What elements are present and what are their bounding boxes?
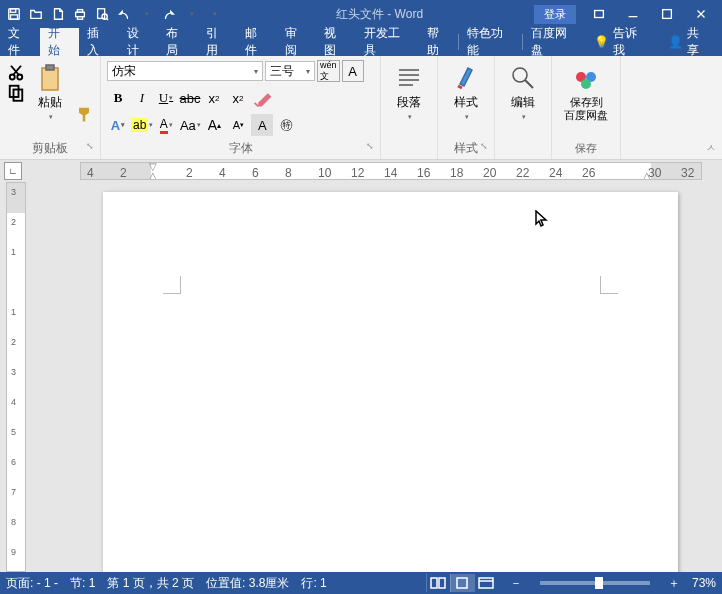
paragraph-button[interactable]: 段落▾ [387, 60, 431, 125]
tab-baidu[interactable]: 百度网盘 [523, 28, 586, 56]
tab-file[interactable]: 文件 [0, 28, 40, 56]
web-layout-icon[interactable] [474, 574, 498, 592]
share-button[interactable]: 👤共享 [656, 25, 722, 59]
tab-review[interactable]: 审阅 [277, 28, 317, 56]
tell-me-label: 告诉我 [613, 25, 648, 59]
maximize-icon[interactable] [650, 2, 684, 26]
status-position[interactable]: 位置值: 3.8厘米 [206, 575, 289, 592]
change-case-button[interactable]: Aa▾ [179, 114, 201, 136]
tab-special[interactable]: 特色功能 [459, 28, 522, 56]
font-color-button[interactable]: A▾ [155, 114, 177, 136]
read-mode-icon[interactable] [426, 574, 450, 592]
close-icon[interactable] [684, 2, 718, 26]
login-button[interactable]: 登录 [534, 5, 576, 24]
font-size-combo[interactable]: 三号▾ [265, 61, 315, 81]
page-viewport[interactable] [28, 182, 722, 572]
ruler-tick: 8 [285, 166, 292, 180]
undo-icon[interactable] [114, 4, 134, 24]
shrink-font-button[interactable]: A▾ [227, 114, 249, 136]
share-label: 共享 [687, 25, 710, 59]
ruler-vertical[interactable]: 321123456789 [6, 182, 26, 572]
group-font: 仿宋▾ 三号▾ wén文 A B I U▾ abc x2 x2 A▾ ab▾ A… [101, 56, 381, 159]
undo-dropdown-icon[interactable]: ▾ [137, 4, 157, 24]
superscript-button[interactable]: x2 [227, 87, 249, 109]
ruler-tick: 7 [11, 487, 16, 497]
tab-references[interactable]: 引用 [198, 28, 238, 56]
tab-design[interactable]: 设计 [119, 28, 159, 56]
tab-layout[interactable]: 布局 [158, 28, 198, 56]
font-launcher-icon[interactable]: ⤡ [366, 137, 374, 155]
editing-button[interactable]: 编辑▾ [501, 60, 545, 125]
status-line[interactable]: 行: 1 [301, 575, 326, 592]
save-baidu-label: 保存到 百度网盘 [564, 96, 608, 122]
tab-mailings[interactable]: 邮件 [237, 28, 277, 56]
grow-font-button[interactable]: A▴ [203, 114, 225, 136]
editing-label: 编辑 [511, 95, 535, 109]
paste-label: 粘贴▾ [38, 96, 62, 123]
zoom-value[interactable]: 73% [692, 576, 716, 590]
ruler-tick: 3 [11, 187, 16, 197]
tab-insert[interactable]: 插入 [79, 28, 119, 56]
svg-rect-14 [42, 68, 58, 90]
copy-icon[interactable] [6, 82, 26, 102]
clipboard-launcher-icon[interactable]: ⤡ [86, 137, 94, 155]
format-painter-icon[interactable] [74, 104, 94, 124]
save-baidu-button[interactable]: 保存到 百度网盘 [558, 60, 614, 124]
clear-formatting-icon[interactable] [251, 86, 275, 110]
ribbon-options-icon[interactable] [582, 2, 616, 26]
minimize-icon[interactable] [616, 2, 650, 26]
tab-selector[interactable]: ∟ [4, 162, 22, 180]
strikethrough-button[interactable]: abc [179, 87, 201, 109]
collapse-ribbon-icon[interactable]: ㅅ [706, 141, 716, 155]
paragraph-icon [393, 62, 425, 94]
status-pages[interactable]: 第 1 页，共 2 页 [107, 575, 194, 592]
tab-view[interactable]: 视图 [316, 28, 356, 56]
ruler-horizontal[interactable]: 4224681012141618202224263032 ▽ △ △ [80, 162, 702, 180]
tab-home[interactable]: 开始 [40, 28, 80, 56]
paste-button[interactable]: 粘贴▾ [28, 60, 72, 125]
styles-launcher-icon[interactable]: ⤡ [480, 137, 488, 155]
underline-button[interactable]: U▾ [155, 87, 177, 109]
save-icon[interactable] [4, 4, 24, 24]
qat-customize-icon[interactable]: ▾ [205, 4, 225, 24]
redo-dropdown-icon[interactable]: ▾ [182, 4, 202, 24]
enclose-char-button[interactable]: ㊕ [275, 114, 297, 136]
zoom-out-button[interactable]: － [510, 575, 522, 592]
char-shading-button[interactable]: A [251, 114, 273, 136]
svg-rect-23 [479, 578, 493, 588]
character-border-icon[interactable]: A [342, 60, 364, 82]
highlight-button[interactable]: ab▾ [131, 114, 153, 136]
tab-help[interactable]: 帮助 [419, 28, 459, 56]
styles-button[interactable]: 样式▾ [444, 60, 488, 125]
subscript-button[interactable]: x2 [203, 87, 225, 109]
phonetic-guide-icon[interactable]: wén文 [317, 60, 340, 82]
tell-me[interactable]: 💡告诉我 [586, 28, 656, 56]
bold-button[interactable]: B [107, 87, 129, 109]
window-controls [582, 2, 718, 26]
status-section[interactable]: 节: 1 [70, 575, 95, 592]
right-indent-marker[interactable]: △ [643, 170, 651, 180]
font-name-combo[interactable]: 仿宋▾ [107, 61, 263, 81]
chevron-down-icon: ▾ [254, 67, 258, 76]
zoom-thumb[interactable] [595, 577, 603, 589]
redo-icon[interactable] [159, 4, 179, 24]
open-icon[interactable] [26, 4, 46, 24]
crop-mark-tl [163, 276, 181, 294]
italic-button[interactable]: I [131, 87, 153, 109]
paste-icon [34, 62, 66, 94]
hanging-indent-marker[interactable]: △ [149, 170, 157, 180]
print-icon[interactable] [70, 4, 90, 24]
print-preview-icon[interactable] [92, 4, 112, 24]
ruler-tick: 5 [11, 427, 16, 437]
tab-developer[interactable]: 开发工具 [356, 28, 419, 56]
zoom-slider[interactable] [540, 581, 650, 585]
zoom-in-button[interactable]: ＋ [668, 575, 680, 592]
new-icon[interactable] [48, 4, 68, 24]
document-page[interactable] [103, 192, 678, 572]
status-page[interactable]: 页面: - 1 - [6, 575, 58, 592]
text-effects-button[interactable]: A▾ [107, 114, 129, 136]
print-layout-icon[interactable] [450, 574, 474, 592]
svg-point-11 [17, 75, 22, 80]
cut-icon[interactable] [6, 62, 26, 82]
svg-rect-2 [11, 15, 18, 19]
